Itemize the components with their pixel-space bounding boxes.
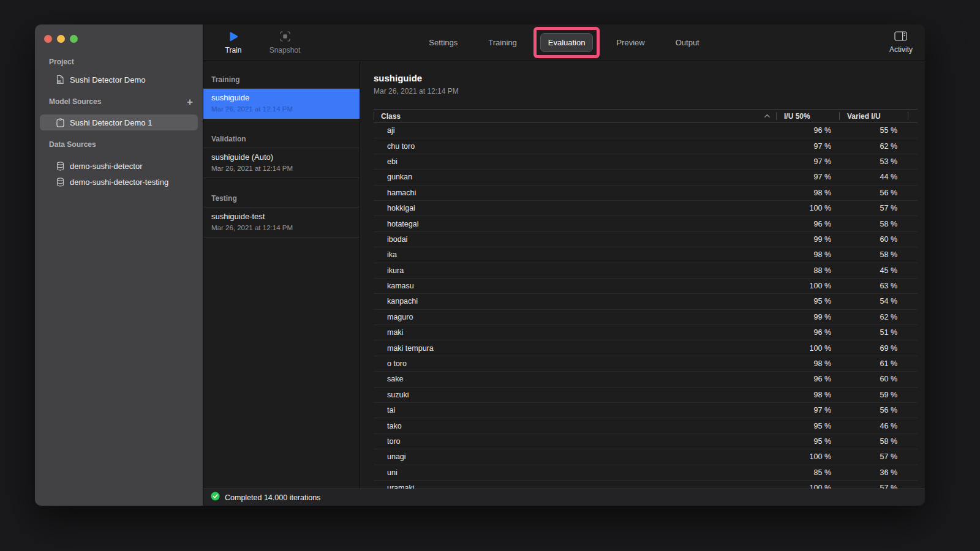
run-item-training[interactable]: sushiguide Mar 26, 2021 at 12:14 PM	[203, 89, 360, 119]
run-name: sushiguide-test	[211, 212, 352, 221]
iu-cell: 95 %	[778, 437, 840, 446]
class-cell: sake	[374, 375, 778, 383]
add-model-source-button[interactable]: +	[187, 97, 193, 107]
table-row[interactable]: suzuki98 %59 %	[374, 388, 918, 403]
table-row[interactable]: tako95 %46 %	[374, 418, 918, 433]
table-row[interactable]: ibodai99 %60 %	[374, 232, 918, 247]
table-row[interactable]: chu toro97 %62 %	[374, 138, 918, 154]
check-circle-icon	[211, 492, 220, 503]
tab-preview[interactable]: Preview	[609, 34, 652, 51]
table-row[interactable]: maguro99 %62 %	[374, 310, 918, 325]
tab-evaluation[interactable]: Evaluation	[540, 33, 594, 52]
run-date: Mar 26, 2021 at 12:14 PM	[211, 105, 352, 113]
class-cell: maki	[374, 328, 778, 337]
class-cell: toro	[374, 437, 778, 446]
iu-cell: 88 %	[778, 266, 840, 275]
varied-iu-cell: 63 %	[840, 282, 908, 290]
iu-cell: 95 %	[778, 297, 840, 305]
class-cell: hotategai	[374, 220, 778, 228]
activity-panel-icon	[894, 31, 907, 43]
class-column-header[interactable]: Class	[374, 110, 776, 122]
class-cell: hokkigai	[374, 204, 778, 212]
varied-iu-cell: 57 %	[840, 204, 908, 212]
varied-iu-cell: 51 %	[840, 328, 908, 337]
tab-output[interactable]: Output	[668, 34, 707, 51]
close-window-button[interactable]	[44, 35, 52, 43]
snapshot-icon	[280, 31, 290, 44]
varied-iu-cell: 45 %	[840, 266, 908, 275]
class-cell: aji	[374, 126, 778, 135]
table-row[interactable]: ikura88 %45 %	[374, 263, 918, 279]
workspace: Train Snapshot	[203, 24, 925, 506]
status-bar: Completed 14.000 iterations	[203, 489, 925, 506]
minimize-window-button[interactable]	[57, 35, 65, 43]
snapshot-button[interactable]: Snapshot	[268, 31, 301, 54]
run-item-testing[interactable]: sushiguide-test Mar 26, 2021 at 12:14 PM	[203, 208, 360, 238]
table-row[interactable]: kanpachi95 %54 %	[374, 294, 918, 309]
sidebar-item-model-source-selected[interactable]: Sushi Detector Demo 1	[40, 114, 198, 130]
activity-button-label: Activity	[889, 45, 913, 54]
tab-training[interactable]: Training	[481, 34, 524, 51]
run-name: sushiguide (Auto)	[211, 152, 352, 162]
varied-iu-cell: 69 %	[840, 344, 908, 353]
table-row[interactable]: kamasu100 %63 %	[374, 279, 918, 294]
table-row[interactable]: ebi97 %53 %	[374, 154, 918, 170]
database-icon	[55, 162, 65, 171]
table-row[interactable]: toro95 %58 %	[374, 434, 918, 449]
train-button[interactable]: Train	[217, 32, 250, 54]
project-section-label: Project	[35, 58, 203, 67]
varied-iu-cell: 55 %	[840, 126, 908, 135]
svg-text:ML: ML	[58, 80, 62, 83]
sidebar-item-label: Sushi Detector Demo	[70, 75, 146, 84]
class-cell: suzuki	[374, 391, 778, 399]
table-row[interactable]: o toro98 %61 %	[374, 356, 918, 372]
run-item-validation[interactable]: sushiguide (Auto) Mar 26, 2021 at 12:14 …	[203, 148, 360, 178]
table-row[interactable]: sake96 %60 %	[374, 372, 918, 387]
traffic-lights	[44, 35, 78, 43]
varied-iu-cell: 36 %	[840, 468, 908, 477]
iu-cell: 96 %	[778, 220, 840, 228]
varied-iu-cell: 62 %	[840, 313, 908, 321]
table-row[interactable]: ika98 %58 %	[374, 247, 918, 263]
class-cell: tako	[374, 422, 778, 430]
table-row[interactable]: tai97 %56 %	[374, 403, 918, 418]
table-row[interactable]: unagi100 %57 %	[374, 449, 918, 465]
table-row[interactable]: maki tempura100 %69 %	[374, 340, 918, 356]
varied-iu-column-header[interactable]: Varied I/U	[840, 112, 908, 121]
play-icon	[229, 32, 238, 44]
iu-50-column-header[interactable]: I/U 50%	[777, 112, 839, 121]
toolbar: Train Snapshot	[203, 24, 925, 61]
tab-settings[interactable]: Settings	[421, 34, 465, 51]
table-row[interactable]: aji96 %55 %	[374, 123, 918, 138]
class-cell: ikura	[374, 266, 778, 275]
page-subtitle-date: Mar 26, 2021 at 12:14 PM	[374, 87, 918, 96]
status-text: Completed 14.000 iterations	[225, 493, 320, 502]
sidebar-item-data-source-train[interactable]: demo-sushi-detector	[35, 158, 203, 174]
table-row[interactable]: hotategai96 %58 %	[374, 216, 918, 231]
table-row[interactable]: hokkigai100 %57 %	[374, 201, 918, 216]
iu-cell: 97 %	[778, 157, 840, 166]
sidebar-item-data-source-testing[interactable]: demo-sushi-detector-testing	[35, 174, 203, 190]
iu-cell: 98 %	[778, 359, 840, 368]
varied-iu-cell: 57 %	[840, 452, 908, 461]
chevron-up-icon	[764, 114, 771, 118]
run-date: Mar 26, 2021 at 12:14 PM	[211, 224, 352, 231]
run-date: Mar 26, 2021 at 12:14 PM	[211, 165, 352, 172]
iu-cell: 96 %	[778, 375, 840, 383]
table-row[interactable]: hamachi98 %56 %	[374, 186, 918, 201]
table-row[interactable]: maki96 %51 %	[374, 325, 918, 340]
varied-iu-cell: 58 %	[840, 250, 908, 259]
table-row[interactable]: uramaki100 %57 %	[374, 481, 918, 489]
zoom-window-button[interactable]	[70, 35, 78, 43]
varied-iu-cell: 44 %	[840, 173, 908, 181]
tab-bar: Settings Training Evaluation Preview Out…	[421, 33, 706, 52]
table-row[interactable]: gunkan97 %44 %	[374, 170, 918, 185]
activity-button[interactable]: Activity	[889, 31, 913, 54]
iu-cell: 99 %	[778, 313, 840, 321]
class-cell: uni	[374, 468, 778, 477]
class-cell: hamachi	[374, 189, 778, 197]
data-sources-section-label: Data Sources	[35, 140, 203, 149]
table-row[interactable]: uni85 %36 %	[374, 465, 918, 481]
sidebar-item-project[interactable]: ML Sushi Detector Demo	[35, 72, 203, 88]
iu-cell: 97 %	[778, 406, 840, 414]
